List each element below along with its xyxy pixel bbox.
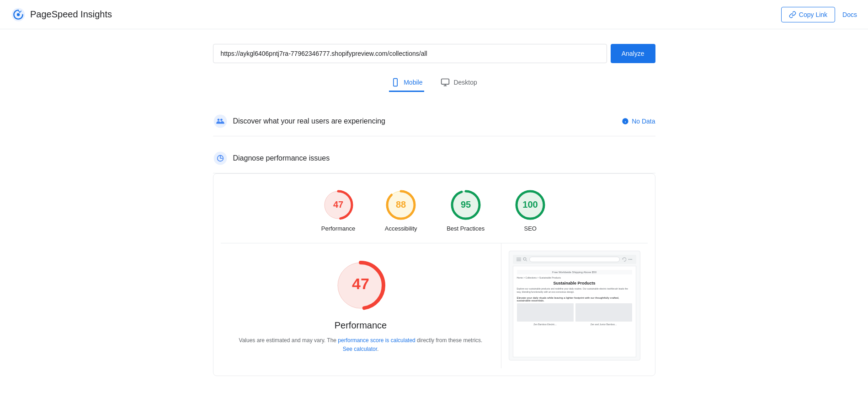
svg-point-8	[217, 118, 219, 121]
pagespeed-logo-icon	[11, 7, 26, 22]
svg-rect-31	[517, 259, 521, 260]
detail-row: 47 Performance Values are estimated and …	[221, 243, 648, 368]
svg-text:95: 95	[461, 199, 471, 210]
svg-point-1	[17, 13, 20, 16]
header-left: PageSpeed Insights	[11, 7, 112, 22]
svg-rect-30	[517, 258, 521, 258]
url-bar-container: Analyze	[213, 44, 655, 63]
best-practices-label: Best Practices	[447, 225, 485, 232]
scores-row: 47 Performance 88 Accessibility	[221, 188, 648, 232]
svg-text:100: 100	[523, 199, 538, 210]
preview-product-2-name: Zen and Junior Bamboo...	[575, 323, 632, 326]
analyze-button[interactable]: Analyze	[611, 44, 655, 63]
best-practices-circle: 95	[449, 188, 482, 221]
svg-point-33	[523, 258, 526, 260]
detail-performance-title: Performance	[335, 320, 387, 331]
desktop-icon	[441, 78, 450, 87]
score-item-performance[interactable]: 47 Performance	[321, 188, 355, 232]
main-content: Analyze Mobile Desktop	[206, 29, 663, 402]
seo-label: SEO	[524, 225, 537, 232]
tab-mobile[interactable]: Mobile	[389, 74, 424, 92]
tab-desktop[interactable]: Desktop	[439, 74, 479, 92]
svg-rect-4	[442, 79, 449, 85]
copy-link-button[interactable]: Copy Link	[781, 7, 835, 22]
performance-score-link[interactable]: performance score is calculated	[338, 337, 415, 344]
preview-screenshot: Free Worldwide Shipping Above $50 Home >…	[509, 251, 640, 360]
accessibility-label: Accessibility	[385, 225, 417, 232]
mobile-icon	[391, 78, 400, 87]
detail-note: Values are estimated and may vary. The p…	[235, 336, 486, 354]
link-icon	[789, 11, 796, 18]
svg-text:47: 47	[352, 275, 369, 292]
preview-products: Zen Bamboo Electric... Zen and Junior Ba…	[517, 303, 632, 326]
preview-breadcrumb: Home > Collections > Sustainable Product…	[517, 276, 632, 279]
diagnose-section: Diagnose performance issues 47 Performan…	[213, 144, 655, 376]
preview-banner: Free Worldwide Shipping Above $50	[517, 270, 632, 274]
preview-product-2: Zen and Junior Bamboo...	[575, 303, 632, 326]
accessibility-circle: 88	[384, 188, 417, 221]
browser-menu-icon	[517, 257, 521, 262]
preview-heading: Sustainable Products	[517, 281, 632, 285]
performance-circle: 47	[322, 188, 355, 221]
no-data-badge: No Data	[622, 118, 655, 125]
browser-more-icon	[628, 257, 633, 262]
no-data-label: No Data	[632, 118, 655, 125]
docs-link[interactable]: Docs	[842, 11, 857, 18]
svg-rect-32	[517, 261, 521, 261]
preview-browser-bar	[513, 255, 636, 264]
preview-content: Free Worldwide Shipping Above $50 Home >…	[513, 266, 636, 357]
performance-label: Performance	[321, 225, 355, 232]
svg-point-38	[631, 259, 632, 260]
seo-circle: 100	[514, 188, 547, 221]
detail-left: 47 Performance Values are estimated and …	[221, 243, 501, 368]
svg-point-7	[213, 115, 227, 128]
score-item-seo[interactable]: 100 SEO	[514, 188, 547, 232]
svg-point-36	[628, 259, 629, 260]
header-right: Copy Link Docs	[781, 7, 857, 22]
url-input[interactable]	[213, 44, 607, 63]
preview-product-2-img	[575, 303, 632, 322]
browser-refresh-icon	[622, 257, 626, 262]
preview-product-1-name: Zen Bamboo Electric...	[517, 323, 574, 326]
calculator-link[interactable]: See calculator	[343, 346, 377, 352]
browser-search-icon	[523, 257, 527, 262]
header: PageSpeed Insights Copy Link Docs	[0, 0, 868, 29]
diagnose-title: Diagnose performance issues	[233, 154, 330, 162]
diagnose-icon	[213, 151, 228, 166]
svg-line-34	[526, 260, 527, 262]
real-users-header-left: Discover what your real users are experi…	[213, 114, 385, 129]
score-item-accessibility[interactable]: 88 Accessibility	[384, 188, 417, 232]
svg-text:88: 88	[396, 199, 406, 210]
real-users-title: Discover what your real users are experi…	[233, 117, 385, 125]
copy-link-label: Copy Link	[799, 11, 827, 18]
detail-right: Free Worldwide Shipping Above $50 Home >…	[501, 243, 648, 368]
users-icon	[213, 114, 228, 129]
large-performance-circle: 47	[333, 258, 388, 313]
device-tabs: Mobile Desktop	[213, 74, 655, 92]
info-icon	[622, 118, 629, 125]
svg-text:47: 47	[333, 199, 343, 210]
score-item-best-practices[interactable]: 95 Best Practices	[447, 188, 485, 232]
preview-product-1-img	[517, 303, 574, 322]
svg-point-9	[220, 118, 223, 121]
svg-point-37	[630, 259, 631, 260]
scores-card: 47 Performance 88 Accessibility	[213, 173, 655, 376]
diagnose-header: Diagnose performance issues	[213, 144, 655, 173]
preview-subheading: Elevate your daily rituals while leaving…	[517, 296, 632, 302]
preview-body1: Explore our sustainable products and red…	[517, 287, 632, 294]
app-title: PageSpeed Insights	[30, 9, 112, 20]
preview-product-1: Zen Bamboo Electric...	[517, 303, 574, 326]
real-users-section: Discover what your real users are experi…	[213, 107, 655, 136]
